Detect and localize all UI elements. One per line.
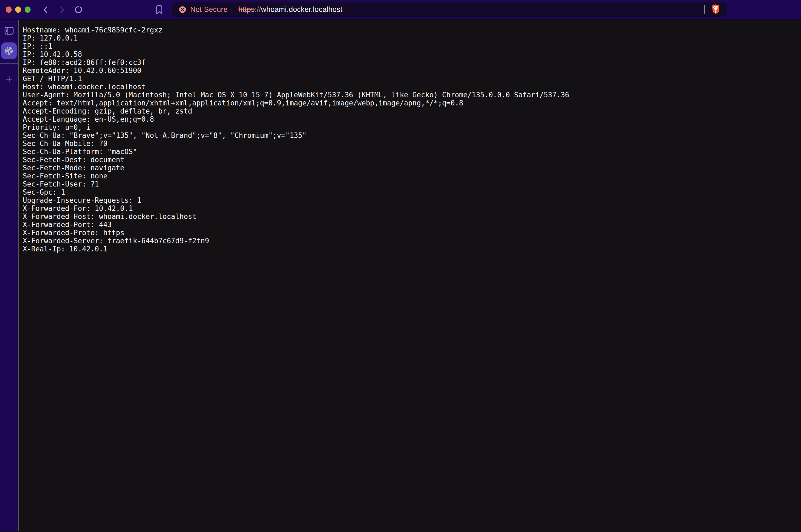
page-content: Hostname: whoami-76c9859cfc-2rgxz IP: 12… — [19, 20, 801, 531]
whoami-output: Hostname: whoami-76c9859cfc-2rgxz IP: 12… — [19, 20, 801, 253]
url-scheme: https — [238, 5, 255, 14]
url-host: whoami.docker.localhost — [261, 5, 343, 14]
bookmark-icon — [156, 5, 163, 15]
nav-buttons — [41, 5, 83, 14]
forward-icon — [58, 5, 66, 14]
tab-whoami-active[interactable] — [1, 42, 17, 59]
back-button[interactable] — [41, 5, 50, 14]
window-body: Hostname: whoami-76c9859cfc-2rgxz IP: 12… — [0, 20, 801, 531]
browser-toolbar: Not Secure https://whoami.docker.localho… — [0, 0, 801, 20]
zoom-button[interactable] — [25, 6, 31, 13]
brave-shields-button[interactable] — [711, 4, 721, 15]
reload-button[interactable] — [74, 5, 83, 14]
back-icon — [41, 5, 50, 14]
site-security-chip[interactable]: Not Secure — [179, 5, 227, 14]
brave-shields-lion-icon — [711, 4, 721, 15]
not-secure-octagon-icon — [179, 6, 186, 13]
window-controls — [6, 6, 31, 13]
vertical-tabs-sidebar — [0, 20, 18, 531]
sidebar-panel-icon — [5, 27, 14, 35]
sidebar-divider — [0, 63, 18, 63]
minimize-button[interactable] — [15, 6, 21, 13]
url-separator: :// — [255, 5, 261, 14]
browser-window: { "topbar": { "security_label": "Not Sec… — [0, 0, 801, 532]
sidebar-toggle-button[interactable] — [5, 27, 14, 35]
new-tab-button[interactable] — [5, 75, 13, 83]
close-button[interactable] — [6, 6, 12, 13]
address-bar-divider — [704, 5, 705, 14]
url-text: https://whoami.docker.localhost — [238, 5, 343, 14]
bookmark-button[interactable] — [156, 5, 163, 15]
globe-icon — [4, 46, 14, 56]
reload-icon — [74, 5, 83, 14]
plus-icon — [5, 75, 13, 83]
forward-button[interactable] — [58, 5, 66, 14]
security-label: Not Secure — [190, 5, 227, 14]
address-bar[interactable]: Not Secure https://whoami.docker.localho… — [172, 2, 727, 17]
